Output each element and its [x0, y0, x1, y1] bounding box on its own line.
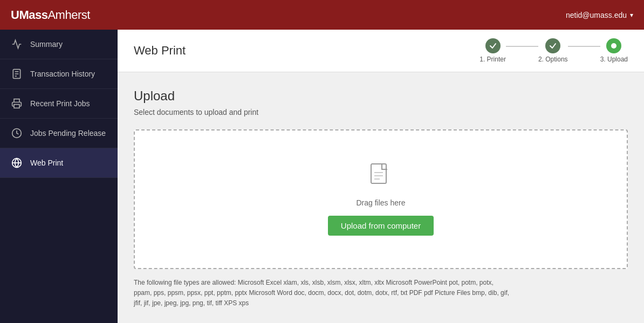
printer-icon — [11, 98, 23, 109]
step-1-label: 1. Printer — [479, 56, 506, 63]
step-2: 2. Options — [538, 38, 568, 63]
step-3-circle — [606, 38, 621, 53]
upload-title: Upload — [134, 88, 628, 104]
sidebar-item-recent-print-jobs[interactable]: Recent Print Jobs — [0, 89, 118, 119]
logo-bold: UMass — [11, 8, 47, 22]
upload-from-computer-button[interactable]: Upload from computer — [328, 216, 434, 236]
chart-icon — [11, 38, 23, 50]
sidebar-item-web-print[interactable]: Web Print — [0, 148, 118, 178]
logo: UMassAmherst — [11, 8, 90, 22]
step-1-circle — [485, 38, 501, 53]
steps-indicator: 1. Printer 2. Options 3. Upload — [479, 38, 628, 63]
sidebar-item-label: Summary — [30, 40, 63, 49]
content-header: Web Print 1. Printer 2. Options — [118, 30, 644, 72]
globe-icon — [11, 157, 23, 169]
sidebar-item-label: Jobs Pending Release — [30, 129, 106, 138]
receipt-icon — [11, 68, 23, 80]
sidebar-item-label: Web Print — [30, 159, 63, 167]
file-icon — [370, 163, 392, 191]
step-2-circle — [545, 38, 560, 53]
sidebar-item-transaction-history[interactable]: Transaction History — [0, 59, 118, 89]
sidebar-item-jobs-pending-release[interactable]: Jobs Pending Release — [0, 119, 118, 148]
drop-zone[interactable]: Drag files here Upload from computer — [134, 129, 628, 269]
drag-text: Drag files here — [356, 198, 405, 207]
sidebar: Summary Transaction History Recent Print… — [0, 30, 118, 323]
chevron-down-icon: ▾ — [630, 11, 633, 19]
step-3: 3. Upload — [600, 38, 628, 63]
svg-rect-4 — [14, 105, 19, 108]
logo-normal: Amherst — [47, 8, 90, 22]
svg-rect-9 — [371, 164, 386, 183]
step-3-label: 3. Upload — [600, 56, 628, 63]
step-2-label: 2. Options — [538, 56, 568, 63]
clock-icon — [11, 127, 23, 139]
step-1: 1. Printer — [479, 38, 506, 63]
main-content: Upload Select documents to upload and pr… — [118, 72, 644, 323]
step-connector-2 — [568, 46, 600, 47]
step-connector-1 — [506, 46, 538, 47]
user-menu[interactable]: netid@umass.edu ▾ — [566, 11, 633, 19]
top-header: UMassAmherst netid@umass.edu ▾ — [0, 0, 644, 30]
main-layout: Summary Transaction History Recent Print… — [0, 30, 644, 323]
upload-subtitle: Select documents to upload and print — [134, 108, 628, 116]
svg-point-8 — [611, 43, 616, 49]
allowed-types-text: The following file types are allowed: Mi… — [134, 278, 511, 309]
content-area: Web Print 1. Printer 2. Options — [118, 30, 644, 323]
user-email: netid@umass.edu — [566, 11, 627, 19]
sidebar-item-summary[interactable]: Summary — [0, 30, 118, 59]
sidebar-item-label: Transaction History — [30, 70, 95, 78]
sidebar-item-label: Recent Print Jobs — [30, 99, 90, 108]
page-title: Web Print — [134, 44, 186, 58]
